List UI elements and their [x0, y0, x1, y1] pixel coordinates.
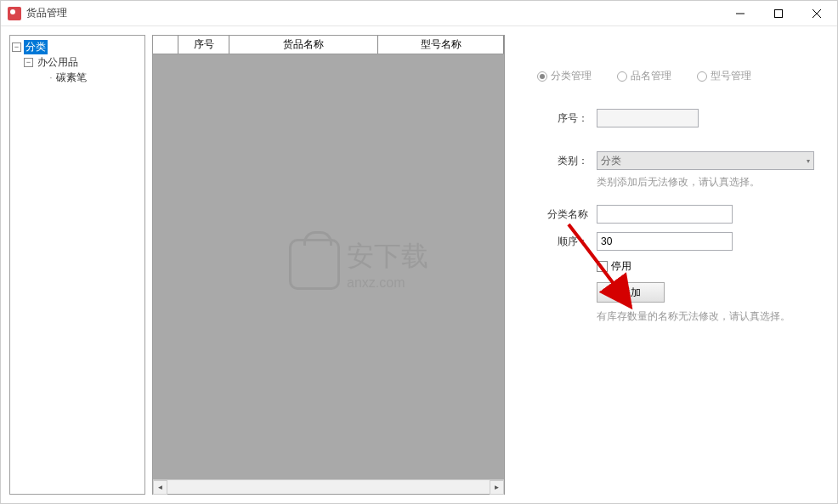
seq-label: 序号：	[529, 111, 597, 126]
svg-rect-1	[774, 9, 782, 17]
app-icon	[8, 7, 21, 20]
chevron-down-icon: ▾	[807, 157, 810, 165]
tree-row: − 分类	[12, 39, 143, 54]
tree-collapse-icon[interactable]: −	[24, 58, 33, 67]
content-area: − 分类 − 办公用品 · 碳素笔 序号 货品名称 型号名称 ◄	[1, 26, 837, 503]
radio-category-mgmt[interactable]: 分类管理	[537, 69, 592, 83]
minimize-button[interactable]	[721, 1, 759, 25]
items-table: 序号 货品名称 型号名称 ◄ ►	[152, 35, 505, 495]
form-row-name: 分类名称	[529, 205, 820, 224]
radio-label: 品名管理	[631, 69, 671, 83]
window-title: 货品管理	[26, 6, 721, 20]
table-col-product-name[interactable]: 货品名称	[229, 36, 378, 54]
form-row-seq: 序号：	[529, 109, 820, 127]
form-panel: 分类管理 品名管理 型号管理 序号： 类别：	[512, 35, 829, 495]
seq-input[interactable]	[597, 109, 699, 127]
disable-label: 停用	[611, 259, 631, 274]
radio-icon	[617, 71, 627, 82]
disable-checkbox[interactable]	[597, 261, 608, 272]
add-button[interactable]: 添加	[597, 282, 665, 303]
bottom-hint: 有库存数量的名称无法修改，请认真选择。	[597, 309, 820, 324]
table-col-seq[interactable]: 序号	[178, 36, 229, 54]
tree-connector-icon: ·	[48, 71, 54, 83]
form-row-order: 顺序：	[529, 232, 820, 251]
category-hint: 类别添加后无法修改，请认真选择。	[597, 175, 820, 190]
scroll-right-icon[interactable]: ►	[490, 480, 504, 495]
radio-model-mgmt[interactable]: 型号管理	[697, 69, 751, 83]
management-type-radios: 分类管理 品名管理 型号管理	[537, 69, 820, 83]
name-label: 分类名称	[529, 207, 597, 222]
radio-label: 型号管理	[711, 69, 751, 83]
form-row-category: 类别： 分类 ▾	[529, 151, 820, 170]
form-row-disable: 停用	[597, 259, 820, 274]
tree-node-root[interactable]: 分类	[24, 40, 48, 54]
name-input[interactable]	[597, 205, 733, 224]
table-col-blank	[153, 36, 178, 54]
titlebar: 货品管理	[1, 1, 837, 26]
scroll-left-icon[interactable]: ◄	[153, 480, 167, 495]
table-header: 序号 货品名称 型号名称	[153, 36, 504, 54]
tree-node-level1[interactable]: 办公用品	[36, 55, 80, 70]
category-select[interactable]: 分类 ▾	[597, 151, 814, 170]
category-label: 类别：	[529, 154, 597, 168]
horizontal-scrollbar[interactable]: ◄ ►	[153, 479, 504, 494]
radio-icon	[697, 71, 707, 82]
order-label: 顺序：	[529, 235, 597, 249]
order-input[interactable]	[597, 232, 733, 251]
maximize-button[interactable]	[759, 1, 797, 25]
tree-row: · 碳素笔	[12, 70, 143, 85]
category-tree: − 分类 − 办公用品 · 碳素笔	[9, 35, 145, 495]
main-window: 货品管理 − 分类 − 办公用品 ·	[0, 0, 838, 504]
scroll-track[interactable]	[167, 480, 490, 495]
window-controls	[721, 1, 835, 25]
tree-row: − 办公用品	[12, 54, 143, 70]
radio-label: 分类管理	[551, 69, 592, 83]
table-col-model-name[interactable]: 型号名称	[378, 36, 504, 54]
tree-node-level2[interactable]: 碳素笔	[54, 71, 88, 85]
table-body	[153, 54, 504, 479]
radio-product-mgmt[interactable]: 品名管理	[617, 69, 671, 83]
radio-icon	[537, 71, 547, 82]
close-button[interactable]	[797, 1, 835, 25]
tree-collapse-icon[interactable]: −	[12, 42, 21, 52]
category-select-value: 分类	[601, 154, 621, 168]
